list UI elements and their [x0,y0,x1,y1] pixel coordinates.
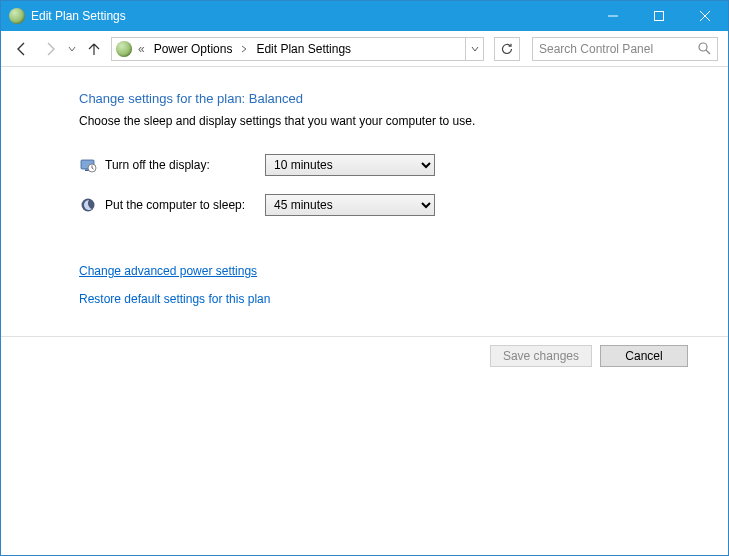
search-placeholder: Search Control Panel [539,42,698,56]
svg-rect-0 [655,12,664,21]
display-label: Turn off the display: [105,158,265,172]
address-history-button[interactable] [465,38,483,60]
address-bar[interactable]: « Power Options Edit Plan Settings [111,37,484,61]
window-titlebar: Edit Plan Settings [1,1,728,31]
display-timer-icon [79,156,97,174]
back-button[interactable] [11,37,33,61]
up-button[interactable] [83,37,105,61]
forward-button[interactable] [39,37,61,61]
row-turn-off-display: Turn off the display: 10 minutes [79,154,704,176]
power-options-icon [9,8,25,24]
window-title: Edit Plan Settings [31,9,126,23]
close-button[interactable] [682,1,728,31]
explorer-toolbar: « Power Options Edit Plan Settings Searc… [1,31,728,67]
page-subheading: Choose the sleep and display settings th… [79,114,704,128]
breadcrumb-seg-edit-plan[interactable]: Edit Plan Settings [253,42,354,56]
chevron-right-icon [239,42,249,56]
page-content: Change settings for the plan: Balanced C… [1,67,728,316]
page-heading: Change settings for the plan: Balanced [79,91,704,106]
sleep-label: Put the computer to sleep: [105,198,265,212]
chevron-left-icon: « [136,42,147,56]
sleep-timeout-select[interactable]: 45 minutes [265,194,435,216]
breadcrumb-seg-power-options[interactable]: Power Options [151,42,236,56]
svg-point-1 [699,43,707,51]
save-button[interactable]: Save changes [490,345,592,367]
sleep-moon-icon [79,196,97,214]
link-restore-defaults[interactable]: Restore default settings for this plan [79,292,270,306]
maximize-button[interactable] [636,1,682,31]
refresh-button[interactable] [494,37,520,61]
link-advanced-settings[interactable]: Change advanced power settings [79,264,257,278]
cancel-button[interactable]: Cancel [600,345,688,367]
search-input[interactable]: Search Control Panel [532,37,718,61]
recent-locations-button[interactable] [67,45,77,53]
button-bar: Save changes Cancel [1,336,728,375]
display-timeout-select[interactable]: 10 minutes [265,154,435,176]
power-options-icon [116,41,132,57]
search-icon [698,42,711,55]
minimize-button[interactable] [590,1,636,31]
row-sleep: Put the computer to sleep: 45 minutes [79,194,704,216]
